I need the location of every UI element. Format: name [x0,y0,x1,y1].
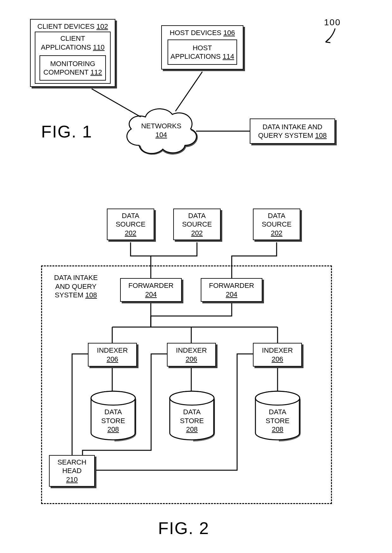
fig2-connectors [0,0,392,553]
fig2-caption: FIG. 2 [158,518,209,538]
diagram-canvas: 100 CLIENT DEVICES 102 CLIENT APPLICATIO… [0,0,392,553]
